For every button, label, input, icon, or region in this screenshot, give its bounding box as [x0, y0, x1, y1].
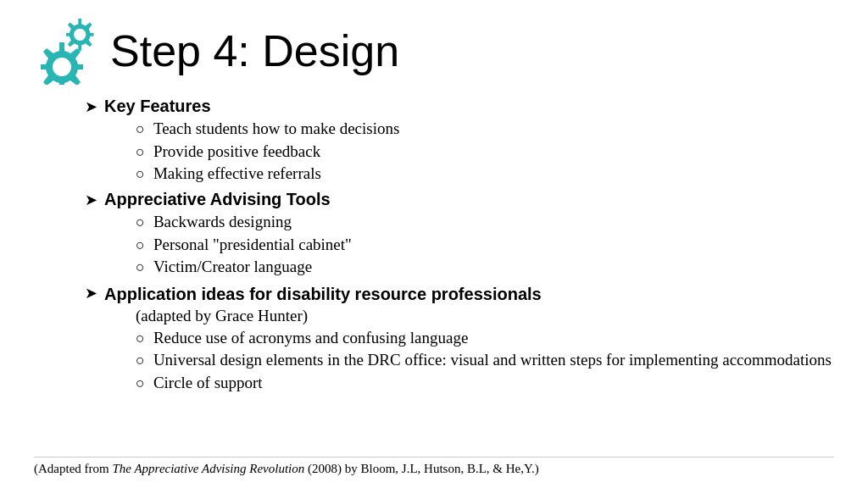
list-item-text: Circle of support: [153, 372, 263, 394]
slide-title: Step 4: Design: [110, 29, 399, 73]
section-application-ideas-title: Application ideas for disability resourc…: [104, 283, 542, 305]
bullet-icon: ○: [136, 235, 145, 255]
list-item-text: Universal design elements in the DRC off…: [153, 349, 832, 371]
list-item-text: Victim/Creator language: [153, 256, 312, 278]
section-application-ideas-header: ➤ Application ideas for disability resou…: [85, 283, 834, 305]
appreciative-tools-list: ○ Backwards designing ○ Personal "presid…: [85, 211, 834, 278]
section-appreciative-tools: ➤ Appreciative Advising Tools ○ Backward…: [85, 190, 834, 278]
footer-text-after: (2008) by Bloom, J.L, Hutson, B.L, & He,…: [304, 462, 538, 475]
list-item: ○ Backwards designing: [136, 211, 834, 233]
list-item: ○ Circle of support: [136, 372, 834, 394]
bullet-icon: ○: [136, 119, 145, 139]
list-item: ○ Teach students how to make decisions: [136, 118, 834, 140]
bullet-icon: ○: [136, 350, 145, 370]
bullet-icon: ○: [136, 164, 145, 184]
list-item: ○ Personal "presidential cabinet": [136, 234, 834, 256]
slide-container: Step 4: Design ➤ Key Features ○ Teach st…: [0, 0, 868, 488]
list-item-text: Reduce use of acronyms and confusing lan…: [153, 327, 468, 349]
list-item-text: Making effective referrals: [153, 163, 321, 185]
section-application-ideas-subtitle: (adapted by Grace Hunter): [85, 307, 834, 325]
list-item-text: Personal "presidential cabinet": [153, 234, 352, 256]
list-item-text: Backwards designing: [153, 211, 292, 233]
list-item: ○ Universal design elements in the DRC o…: [136, 349, 834, 371]
application-ideas-list: ○ Reduce use of acronyms and confusing l…: [85, 327, 834, 394]
key-features-list: ○ Teach students how to make decisions ○…: [85, 118, 834, 185]
section-key-features: ➤ Key Features ○ Teach students how to m…: [85, 97, 834, 185]
bullet-icon: ○: [136, 257, 145, 277]
list-item: ○ Making effective referrals: [136, 163, 834, 185]
section-appreciative-tools-title: Appreciative Advising Tools: [104, 190, 331, 209]
bullet-icon: ○: [136, 212, 145, 232]
list-item-text: Teach students how to make decisions: [153, 118, 399, 140]
footer: (Adapted from The Appreciative Advising …: [34, 457, 834, 476]
arrow-icon-appreciative: ➤: [85, 191, 97, 209]
bullet-icon: ○: [136, 373, 145, 393]
footer-italic-text: The Appreciative Advising Revolution: [112, 462, 304, 475]
bullet-icon: ○: [136, 328, 145, 348]
arrow-icon-application: ➤: [85, 284, 97, 302]
list-item-text: Provide positive feedback: [153, 141, 320, 163]
section-key-features-title: Key Features: [104, 97, 211, 116]
section-key-features-header: ➤ Key Features: [85, 97, 834, 116]
list-item: ○ Reduce use of acronyms and confusing l…: [136, 327, 834, 349]
footer-text-before: (Adapted from: [34, 462, 112, 475]
main-content: ➤ Key Features ○ Teach students how to m…: [34, 97, 834, 394]
list-item: ○ Victim/Creator language: [136, 256, 834, 278]
header: Step 4: Design: [34, 17, 834, 85]
bullet-icon: ○: [136, 141, 145, 162]
section-application-ideas: ➤ Application ideas for disability resou…: [85, 283, 834, 394]
arrow-icon-key-features: ➤: [85, 97, 97, 116]
list-item: ○ Provide positive feedback: [136, 141, 834, 163]
section-appreciative-tools-header: ➤ Appreciative Advising Tools: [85, 190, 834, 209]
gears-icon: [34, 17, 102, 85]
